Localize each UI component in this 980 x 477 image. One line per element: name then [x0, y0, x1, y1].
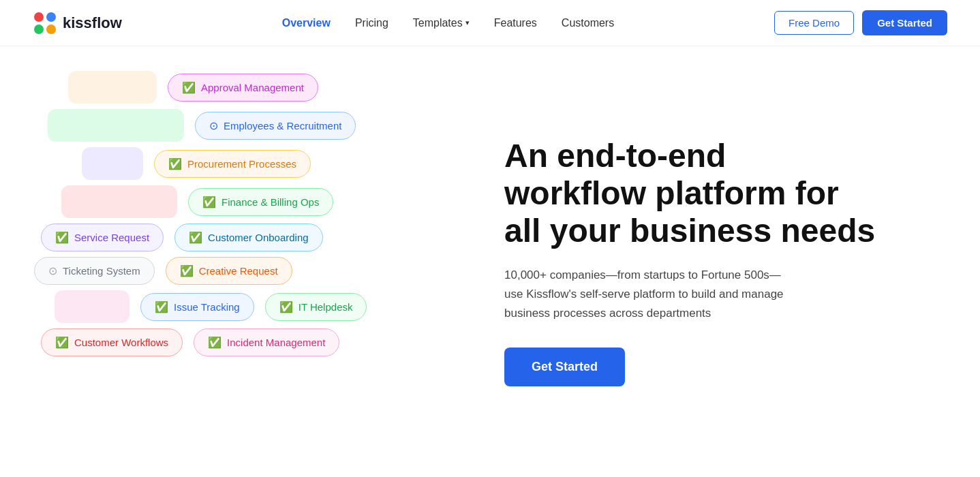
check-icon-8: ✅ [180, 264, 194, 277]
check-icon-11: ✅ [55, 336, 69, 349]
svg-point-0 [34, 12, 44, 22]
tag-service[interactable]: ✅ Service Request [41, 224, 164, 251]
logo[interactable]: kissflow [33, 11, 122, 35]
check-icon-12: ✅ [208, 336, 221, 349]
svg-point-1 [46, 12, 56, 22]
tag-incident[interactable]: ✅ Incident Management [194, 328, 339, 356]
tag-approval[interactable]: ✅ Approval Management [168, 74, 318, 102]
check-icon-5: ✅ [55, 231, 69, 244]
check-icon: ✅ [182, 81, 196, 94]
check-icon-9: ✅ [155, 301, 168, 313]
get-started-nav-button[interactable]: Get Started [862, 10, 947, 35]
logo-text: kissflow [63, 14, 122, 32]
left-panel: ✅ Approval Management ⊙ Employees & Recr… [0, 46, 491, 477]
check-icon-2: ⊙ [209, 119, 218, 132]
tag-row-1: ✅ Approval Management [68, 71, 463, 104]
right-panel: An end-to-end workflow platform for all … [491, 46, 980, 477]
check-icon-6: ✅ [189, 231, 202, 244]
bg-pill-7 [55, 290, 129, 323]
logo-icon [33, 11, 57, 35]
get-started-hero-button[interactable]: Get Started [504, 348, 625, 386]
nav-features[interactable]: Features [494, 17, 537, 29]
tag-area: ✅ Approval Management ⊙ Employees & Recr… [27, 71, 463, 474]
bg-pill-4 [61, 185, 177, 218]
bg-pill-3 [82, 147, 143, 180]
navigation: kissflow Overview Pricing Templates ▾ Fe… [0, 0, 980, 46]
tag-row-4: ✅ Finance & Billing Ops [61, 185, 463, 218]
tag-finance[interactable]: ✅ Finance & Billing Ops [188, 188, 333, 216]
nav-overview[interactable]: Overview [282, 17, 331, 29]
tag-procurement[interactable]: ✅ Procurement Processes [154, 150, 311, 178]
tag-row-7: ✅ Issue Tracking ✅ IT Helpdesk [55, 290, 463, 323]
check-icon-4: ✅ [202, 196, 216, 209]
hero-subtitle: 10,000+ companies—from startups to Fortu… [504, 266, 791, 323]
tag-row-3: ✅ Procurement Processes [82, 147, 463, 180]
tag-row-8: ✅ Customer Workflows ✅ Incident Manageme… [41, 328, 463, 356]
tag-employees[interactable]: ⊙ Employees & Recruitment [195, 112, 356, 140]
svg-point-2 [34, 25, 44, 34]
tag-creative[interactable]: ✅ Creative Request [166, 257, 292, 285]
svg-point-3 [46, 25, 56, 34]
tag-customer-workflows[interactable]: ✅ Customer Workflows [41, 328, 183, 356]
tag-row-2: ⊙ Employees & Recruitment [48, 109, 463, 142]
check-icon-10: ✅ [279, 301, 293, 313]
check-icon-3: ✅ [168, 157, 182, 170]
tag-onboarding[interactable]: ✅ Customer Onboarding [174, 224, 323, 251]
chevron-down-icon: ▾ [465, 18, 470, 27]
tag-ticketing[interactable]: ⊙ Ticketing System [34, 257, 155, 285]
free-demo-button[interactable]: Free Demo [774, 11, 854, 35]
nav-templates[interactable]: Templates ▾ [413, 17, 470, 29]
tag-row-6: ⊙ Ticketing System ✅ Creative Request [34, 257, 463, 285]
bg-pill-1 [68, 71, 157, 104]
nav-pricing[interactable]: Pricing [355, 17, 388, 29]
main-content: ✅ Approval Management ⊙ Employees & Recr… [0, 46, 980, 477]
tag-issue[interactable]: ✅ Issue Tracking [140, 293, 254, 321]
nav-actions: Free Demo Get Started [774, 10, 947, 35]
tag-helpdesk[interactable]: ✅ IT Helpdesk [265, 293, 367, 321]
check-icon-7: ⊙ [48, 264, 57, 277]
nav-links: Overview Pricing Templates ▾ Features Cu… [282, 17, 614, 29]
tag-row-5: ✅ Service Request ✅ Customer Onboarding [41, 224, 463, 251]
hero-title: An end-to-end workflow platform for all … [504, 137, 939, 250]
bg-pill-2 [48, 109, 184, 142]
nav-customers[interactable]: Customers [562, 17, 614, 29]
